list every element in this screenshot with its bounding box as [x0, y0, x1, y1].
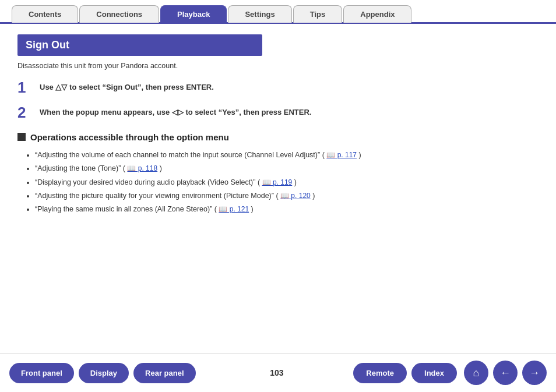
- link-ref-2[interactable]: 📖 p. 118: [127, 164, 157, 172]
- link-ref-3[interactable]: 📖 p. 119: [262, 178, 293, 186]
- back-button[interactable]: ←: [493, 361, 518, 385]
- step-number-1: 1: [17, 79, 40, 96]
- tab-settings[interactable]: Settings: [228, 5, 291, 23]
- tab-playback[interactable]: Playback: [160, 5, 227, 23]
- back-icon: ←: [500, 367, 511, 379]
- bullet-text-3: “Displaying your desired video during au…: [35, 178, 260, 186]
- bullet-text-1: “Adjusting the volume of each channel to…: [35, 151, 325, 159]
- bullet-after-3: ): [294, 178, 297, 186]
- bullet-list: “Adjusting the volume of each channel to…: [35, 149, 539, 215]
- link-ref-5[interactable]: 📖 p. 121: [219, 205, 249, 213]
- subtitle: Disassociate this unit from your Pandora…: [17, 62, 539, 70]
- tab-appendix[interactable]: Appendix: [343, 5, 411, 23]
- step-2: 2 When the popup menu appears, use ◁▷ to…: [17, 104, 539, 121]
- list-item: “Playing the same music in all zones (Al…: [35, 203, 539, 215]
- remote-button[interactable]: Remote: [353, 363, 407, 383]
- forward-icon: →: [529, 367, 540, 379]
- display-button[interactable]: Display: [79, 363, 129, 383]
- step-text-2: When the popup menu appears, use ◁▷ to s…: [40, 104, 311, 118]
- section-heading-text: Operations accessible through the option…: [30, 131, 229, 143]
- bottom-icon-group: ⌂ ← →: [462, 361, 547, 385]
- heading-square-icon: [17, 133, 26, 141]
- tab-connections[interactable]: Connections: [79, 5, 159, 23]
- bullet-after-2: ): [160, 164, 162, 172]
- list-item: “Adjusting the tone (Tone)” ( 📖 p. 118 ): [35, 163, 539, 174]
- bullet-after-4: ): [312, 192, 315, 200]
- list-item: “Adjusting the volume of each channel to…: [35, 149, 539, 161]
- page-title: Sign Out: [17, 34, 262, 56]
- section-heading: Operations accessible through the option…: [17, 131, 539, 143]
- bullet-text-2: “Adjusting the tone (Tone)” (: [35, 164, 125, 172]
- bottom-navigation: Front panel Display Rear panel 103 Remot…: [0, 353, 556, 392]
- forward-button[interactable]: →: [522, 361, 547, 385]
- home-button[interactable]: ⌂: [464, 361, 488, 385]
- bullet-after-5: ): [251, 205, 254, 213]
- step-number-2: 2: [17, 104, 40, 121]
- rear-panel-button[interactable]: Rear panel: [133, 363, 195, 383]
- tab-contents[interactable]: Contents: [12, 5, 78, 23]
- index-button[interactable]: Index: [411, 363, 457, 383]
- tab-tips[interactable]: Tips: [293, 5, 343, 23]
- page-number: 103: [200, 368, 354, 377]
- home-icon: ⌂: [473, 367, 480, 379]
- list-item: “Adjusting the picture quality for your …: [35, 190, 539, 202]
- bullet-text-4: “Adjusting the picture quality for your …: [35, 192, 279, 200]
- link-ref-4[interactable]: 📖 p. 120: [280, 192, 311, 200]
- bullet-text-5: “Playing the same music in all zones (Al…: [35, 205, 217, 213]
- main-content: Sign Out Disassociate this unit from you…: [0, 24, 556, 228]
- list-item: “Displaying your desired video during au…: [35, 176, 539, 188]
- step-1: 1 Use △▽ to select “Sign Out”, then pres…: [17, 79, 539, 96]
- front-panel-button[interactable]: Front panel: [9, 363, 74, 383]
- link-ref-1[interactable]: 📖 p. 117: [326, 151, 357, 159]
- bullet-after-1: ): [358, 151, 361, 159]
- step-text-1: Use △▽ to select “Sign Out”, then press …: [40, 79, 214, 93]
- tab-navigation: Contents Connections Playback Settings T…: [0, 0, 556, 24]
